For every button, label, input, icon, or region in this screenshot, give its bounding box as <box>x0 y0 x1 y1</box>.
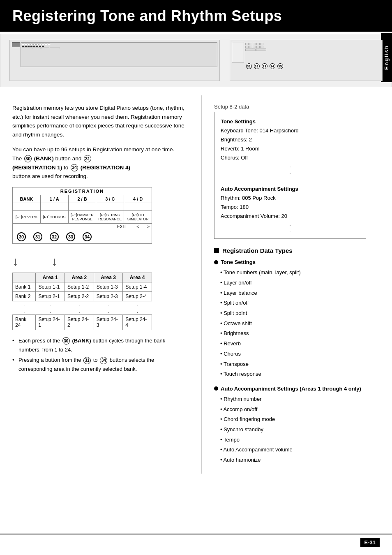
setup24-3: Setup 24-3 <box>94 314 123 330</box>
page-header: Registering Tone and Rhythm Setups <box>0 0 392 32</box>
setup1-1: Setup 1-1 <box>36 282 65 291</box>
table-row: Bank 24 Setup 24-1 Setup 24-2 Setup 24-3… <box>13 314 152 330</box>
bullet-list: Each press of the 30 (BANK) button cycle… <box>12 336 185 374</box>
tone-setting-3: Reverb: 1 Room <box>221 144 360 153</box>
tone-setting-2: Brightness: 2 <box>221 135 360 144</box>
inline-circle-31: 31 <box>83 357 91 364</box>
circle-31: 31 <box>84 155 91 162</box>
tone-settings-title: Tone Settings <box>221 117 360 126</box>
lid-btn: [F+]LIDSIMULATOR <box>124 211 152 223</box>
right-column: Setup 8-2 data Tone Settings Keyboard To… <box>206 95 387 474</box>
area2-header: Area 2 <box>65 273 94 282</box>
bank1-label: Bank 1 <box>13 282 36 291</box>
list-item: Brightness <box>220 328 366 339</box>
intro-paragraph-1: Registration memory lets you store Digit… <box>12 104 185 139</box>
setup1-2: Setup 1-2 <box>65 282 94 291</box>
image-panel: 31 32 33 34 35 <box>0 34 392 87</box>
area-table-blank-header <box>13 273 36 282</box>
bank-cell: BANK <box>13 195 41 203</box>
circle-num-32: 32 <box>50 232 59 241</box>
page-number: E-31 <box>360 538 380 547</box>
auto-acc-2: Tempo: 180 <box>221 203 360 212</box>
setup2-2: Setup 2-2 <box>65 291 94 301</box>
area4-header: Area 4 <box>123 273 152 282</box>
reg-buttons-row: [F+]REVERB [F+]CHORUS [F+]HAMMERRESPONSE… <box>13 211 152 224</box>
list-item: Accomp on/off <box>220 405 366 415</box>
inline-circle-30: 30 <box>62 337 70 345</box>
setup24-1: Setup 24-1 <box>36 314 65 330</box>
area-2b-cell: 2 / B <box>69 195 97 203</box>
exit-row: EXIT < > <box>13 224 152 230</box>
circle-num-33: 33 <box>66 232 75 241</box>
dot-line-3: . <box>221 221 360 227</box>
list-item: Rhythm number <box>220 394 366 405</box>
keyboard-diagram-left <box>9 40 220 81</box>
list-item: Layer balance <box>220 288 366 298</box>
intro-paragraph-2: You can have up to 96 setups in Registra… <box>12 145 185 180</box>
filled-circle-icon <box>214 260 218 264</box>
dot-line-1: . <box>221 162 360 169</box>
keyboard-diagram-right: 31 32 33 34 35 <box>230 40 383 81</box>
setup2-3: Setup 2-3 <box>94 291 123 301</box>
arrows-container: ↓ ↓ <box>12 252 185 271</box>
inline-circle-34: 34 <box>100 357 107 364</box>
circle-30: 30 <box>24 155 32 162</box>
auto-acc-1: Rhythm: 005 Pop Rock <box>221 194 360 203</box>
tone-setting-4: Chorus: Off <box>221 153 360 162</box>
area-1a-cell: 1 / A <box>41 195 69 203</box>
greater-than: > <box>147 224 150 229</box>
reg-table-header: REGISTRATION <box>13 187 152 195</box>
tone-data-list: Tone numbers (main, layer, split) Layer … <box>214 268 366 379</box>
circle-numbers-row: 30 31 32 33 34 <box>13 230 152 244</box>
auto-acc-title: Auto Accompaniment Settings <box>221 185 360 194</box>
bottom-line <box>0 534 392 534</box>
tone-setting-1: Keyboard Tone: 014 Harpsichord <box>221 126 360 135</box>
area3-header: Area 3 <box>94 273 123 282</box>
area-table: Area 1 Area 2 Area 3 Area 4 Bank 1 Setup… <box>12 273 152 330</box>
setup1-4: Setup 1-4 <box>123 282 152 291</box>
list-item: Tone numbers (main, layer, split) <box>220 268 366 278</box>
content-wrapper: Registration memory lets you store Digit… <box>0 95 392 474</box>
circle-num-31: 31 <box>33 232 42 241</box>
bank24-label: Bank 24 <box>13 314 36 330</box>
list-item: Layer on/off <box>220 278 366 288</box>
table-row: Bank 2 Setup 2-1 Setup 2-2 Setup 2-3 Set… <box>13 291 152 301</box>
auto-acc-3: Accompaniment Volume: 20 <box>221 212 360 221</box>
list-item: Split on/off <box>220 298 366 308</box>
area-3c-cell: 3 / C <box>96 195 124 203</box>
vertical-divider <box>201 95 202 474</box>
list-item: Reverb <box>220 339 366 349</box>
list-item: Chorus <box>220 349 366 359</box>
setup1-3: Setup 1-3 <box>94 282 123 291</box>
auto-sub-section: Auto Accompaniment Settings (Areas 1 thr… <box>214 386 366 392</box>
reverb-btn: [F+]REVERB <box>13 211 41 223</box>
setup24-2: Setup 24-2 <box>65 314 94 330</box>
left-column: Registration memory lets you store Digit… <box>0 95 197 474</box>
chorus-btn: [F+]CHORUS <box>41 211 69 223</box>
list-item: Octave shift <box>220 319 366 329</box>
string-btn: [F+]STRINGRESONANCE <box>96 211 124 223</box>
reg-data-types: Registration Data Types Tone Settings To… <box>214 247 366 465</box>
reg-data-types-title: Registration Data Types <box>214 247 366 254</box>
list-item: Auto harmonize <box>220 455 366 465</box>
dot-line-2: . <box>221 169 360 176</box>
list-item: Split point <box>220 308 366 319</box>
dot-row-1: . . . . . <box>13 301 152 308</box>
list-item: Transpose <box>220 359 366 370</box>
list-item: Touch response <box>220 369 366 379</box>
less-than: < <box>136 224 139 229</box>
black-square-icon <box>214 248 219 253</box>
list-item: Auto Accompaniment volume <box>220 445 366 455</box>
setup-data-box: Tone Settings Keyboard Tone: 014 Harpsic… <box>214 112 366 239</box>
area1-header: Area 1 <box>36 273 65 282</box>
setup-data-label: Setup 8-2 data <box>214 104 366 110</box>
setup2-1: Setup 2-1 <box>36 291 65 301</box>
dot-row-2: . . . . . <box>13 308 152 315</box>
list-item: Synchro standby <box>220 425 366 435</box>
dot-line-4: . <box>221 227 360 234</box>
table-row: Bank 1 Setup 1-1 Setup 1-2 Setup 1-3 Set… <box>13 282 152 291</box>
circle-34: 34 <box>71 164 78 171</box>
reg-bank-row: BANK 1 / A 2 / B 3 / C 4 / D <box>13 195 152 203</box>
bank2-label: Bank 2 <box>13 291 36 301</box>
setup2-4: Setup 2-4 <box>123 291 152 301</box>
